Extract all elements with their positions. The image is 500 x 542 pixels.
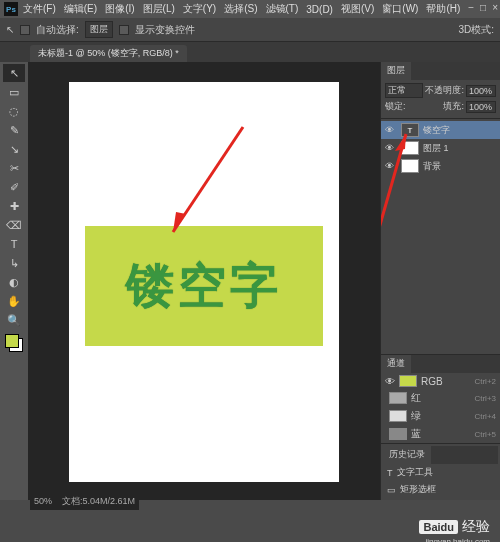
toolbox: ↖ ▭ ◌ ✎ ↘ ✂ ✐ ✚ ⌫ T ↳ ◐ ✋ 🔍	[0, 62, 28, 500]
history-tab[interactable]: 历史记录	[383, 446, 431, 464]
channel-red[interactable]: 红 Ctrl+3	[381, 389, 500, 407]
layer-background[interactable]: 👁 背景	[381, 157, 500, 175]
layer-name: 图层 1	[423, 142, 449, 155]
mode3d-label: 3D模式:	[458, 23, 494, 37]
lock-label: 锁定:	[385, 100, 406, 113]
move-tool[interactable]: ↖	[3, 64, 25, 82]
watermark: Baidu 经验 jingyan.baidu.com	[419, 518, 490, 536]
layer-text[interactable]: 👁 T 镂空字	[381, 121, 500, 139]
menu-view[interactable]: 视图(V)	[338, 2, 377, 16]
visibility-icon[interactable]: 👁	[385, 125, 397, 135]
menu-3d[interactable]: 3D(D)	[303, 4, 336, 15]
layers-list: 👁 T 镂空字 👁 图层 1 👁 背景	[381, 119, 500, 354]
brush-tool[interactable]: ✐	[3, 178, 25, 196]
hand-tool[interactable]: ✋	[3, 292, 25, 310]
zoom-tool[interactable]: 🔍	[3, 311, 25, 329]
knockout-text: 镂空字	[126, 254, 282, 318]
channel-name: RGB	[421, 376, 443, 387]
zoom-level[interactable]: 50%	[34, 496, 52, 506]
channel-green[interactable]: 绿 Ctrl+4	[381, 407, 500, 425]
canvas-area: 镂空字	[28, 62, 380, 500]
menu-help[interactable]: 帮助(H)	[423, 2, 463, 16]
ps-logo: Ps	[4, 2, 18, 16]
document-canvas[interactable]: 镂空字	[69, 82, 339, 482]
channel-thumb	[389, 410, 407, 422]
channel-blue[interactable]: 蓝 Ctrl+5	[381, 425, 500, 443]
channel-name: 绿	[411, 409, 421, 423]
layer-name: 背景	[423, 160, 441, 173]
watermark-text: 经验	[462, 518, 490, 536]
menubar: Ps 文件(F) 编辑(E) 图像(I) 图层(L) 文字(Y) 选择(S) 滤…	[0, 0, 500, 18]
layer-name: 镂空字	[423, 124, 450, 137]
close-button[interactable]: ×	[492, 2, 498, 13]
menu-layer[interactable]: 图层(L)	[140, 2, 178, 16]
channel-shortcut: Ctrl+4	[474, 412, 496, 421]
show-transform-label: 显示变换控件	[135, 23, 195, 37]
doc-info: 文档:5.04M/2.61M	[62, 496, 135, 506]
menu-filter[interactable]: 滤镜(T)	[263, 2, 302, 16]
channels-tab[interactable]: 通道	[381, 355, 411, 373]
green-rectangle: 镂空字	[85, 226, 323, 346]
blend-mode-dropdown[interactable]: 正常	[385, 83, 423, 98]
channel-shortcut: Ctrl+3	[474, 394, 496, 403]
foreground-color[interactable]	[5, 334, 19, 348]
maximize-button[interactable]: □	[480, 2, 486, 13]
channel-thumb	[399, 375, 417, 387]
crop-tool[interactable]: ↘	[3, 140, 25, 158]
layer-thumb-text: T	[401, 123, 419, 137]
document-tabbar: 未标题-1 @ 50% (镂空字, RGB/8) *	[0, 42, 500, 62]
history-label: 矩形选框	[400, 483, 436, 496]
channel-name: 红	[411, 391, 421, 405]
move-tool-icon: ↖	[6, 24, 14, 35]
menu-image[interactable]: 图像(I)	[102, 2, 137, 16]
slice-tool[interactable]: ✂	[3, 159, 25, 177]
watermark-logo: Baidu	[419, 520, 458, 534]
shape-tool[interactable]: ◐	[3, 273, 25, 291]
minimize-button[interactable]: −	[468, 2, 474, 13]
fill-input[interactable]: 100%	[466, 101, 496, 113]
opacity-input[interactable]: 100%	[466, 85, 496, 97]
history-label: 文字工具	[397, 466, 433, 479]
menu-type[interactable]: 文字(Y)	[180, 2, 219, 16]
color-swatch[interactable]	[5, 334, 23, 352]
layers-tab[interactable]: 图层	[381, 62, 411, 80]
channel-thumb	[389, 392, 407, 404]
status-bar: 50% 文档:5.04M/2.61M	[30, 493, 139, 510]
menu-select[interactable]: 选择(S)	[221, 2, 260, 16]
wand-tool[interactable]: ✎	[3, 121, 25, 139]
type-tool-icon: T	[387, 468, 393, 478]
channel-rgb[interactable]: 👁 RGB Ctrl+2	[381, 373, 500, 389]
opacity-label: 不透明度:	[425, 84, 464, 97]
menu-file[interactable]: 文件(F)	[20, 2, 59, 16]
marquee-tool[interactable]: ▭	[3, 83, 25, 101]
type-tool[interactable]: T	[3, 235, 25, 253]
visibility-icon[interactable]: 👁	[385, 161, 397, 171]
document-tab[interactable]: 未标题-1 @ 50% (镂空字, RGB/8) *	[30, 45, 187, 62]
window-controls: − □ ×	[468, 2, 498, 13]
marquee-icon: ▭	[387, 485, 396, 495]
auto-select-dropdown[interactable]: 图层	[85, 21, 113, 38]
auto-select-checkbox[interactable]	[20, 25, 30, 35]
path-tool[interactable]: ↳	[3, 254, 25, 272]
layer-thumb	[401, 141, 419, 155]
channel-thumb	[389, 428, 407, 440]
channel-name: 蓝	[411, 427, 421, 441]
show-transform-checkbox[interactable]	[119, 25, 129, 35]
layer-1[interactable]: 👁 图层 1	[381, 139, 500, 157]
options-bar: ↖ 自动选择: 图层 显示变换控件 3D模式:	[0, 18, 500, 42]
menu-window[interactable]: 窗口(W)	[379, 2, 421, 16]
channel-shortcut: Ctrl+2	[474, 377, 496, 386]
visibility-icon[interactable]: 👁	[385, 376, 395, 387]
menu-edit[interactable]: 编辑(E)	[61, 2, 100, 16]
history-item-marquee[interactable]: ▭ 矩形选框	[383, 481, 498, 498]
history-item-type[interactable]: T 文字工具	[383, 464, 498, 481]
fill-label: 填充:	[443, 100, 464, 113]
eraser-tool[interactable]: ⌫	[3, 216, 25, 234]
heal-tool[interactable]: ✚	[3, 197, 25, 215]
lasso-tool[interactable]: ◌	[3, 102, 25, 120]
channel-shortcut: Ctrl+5	[474, 430, 496, 439]
panels-dock: 图层 正常 不透明度: 100% 锁定: 填充: 100% 👁 T 镂空字 👁	[380, 62, 500, 500]
layer-thumb	[401, 159, 419, 173]
visibility-icon[interactable]: 👁	[385, 143, 397, 153]
auto-select-label: 自动选择:	[36, 23, 79, 37]
